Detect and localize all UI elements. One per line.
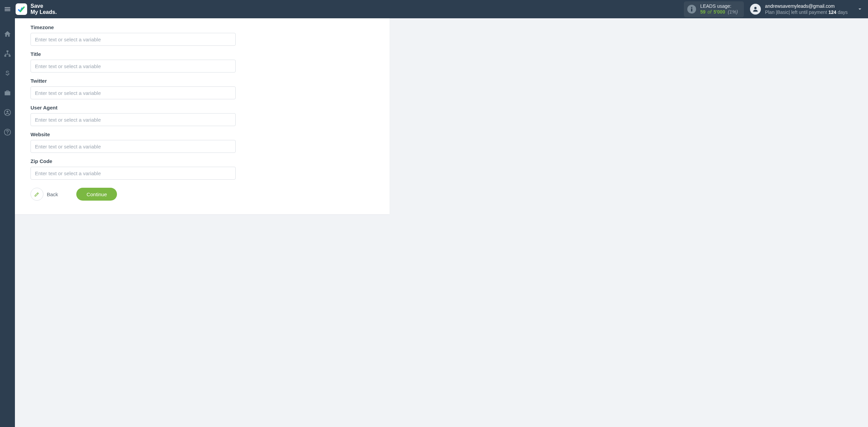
label-title: Title (31, 51, 237, 57)
back-icon-circle (31, 188, 43, 201)
usage-pct: (1%) (728, 9, 738, 15)
logo (16, 3, 27, 15)
continue-button[interactable]: Continue (76, 188, 117, 201)
svg-rect-3 (6, 50, 8, 52)
topbar: Save My Leads. LEADS usage: 59 of 5'000 … (0, 0, 868, 18)
usage-values: 59 of 5'000 (1%) (700, 9, 738, 15)
svg-point-2 (754, 7, 757, 9)
back-label: Back (47, 191, 58, 197)
sidebar-item-billing[interactable] (0, 67, 15, 79)
user-circle-icon (4, 109, 11, 116)
main: Timezone Title Twitter User Agent Websit (15, 18, 868, 427)
form-actions: Back Continue (31, 188, 237, 201)
hamburger-menu-button[interactable] (0, 0, 15, 18)
input-website[interactable] (31, 140, 236, 153)
svg-rect-4 (4, 55, 6, 57)
label-twitter: Twitter (31, 78, 237, 84)
field-zip-code: Zip Code (31, 158, 237, 180)
usage-of: of (708, 9, 712, 15)
pencil-icon (34, 191, 40, 197)
brand-line2: My Leads. (31, 9, 57, 15)
label-timezone: Timezone (31, 24, 237, 30)
field-timezone: Timezone (31, 24, 237, 46)
input-zip-code[interactable] (31, 167, 236, 180)
layout: Timezone Title Twitter User Agent Websit (0, 18, 868, 427)
checkmark-icon (17, 5, 25, 13)
form-inner: Timezone Title Twitter User Agent Websit (15, 24, 252, 201)
briefcase-icon (4, 89, 11, 97)
sidebar-item-briefcase[interactable] (0, 87, 15, 99)
account-chevron-button[interactable] (854, 0, 866, 18)
svg-rect-5 (9, 55, 11, 57)
plan-name: Basic (777, 9, 789, 15)
field-website: Website (31, 131, 237, 153)
label-user-agent: User Agent (31, 105, 237, 110)
account-email: andrewsavemyleads@gmail.com (765, 3, 848, 9)
input-title[interactable] (31, 60, 236, 73)
usage-count: 59 (700, 9, 706, 15)
usage-text: LEADS usage: 59 of 5'000 (1%) (700, 3, 738, 15)
svg-point-9 (7, 133, 8, 134)
account-plan: Plan |Basic| left until payment 124 days (765, 9, 848, 15)
account-block[interactable]: andrewsavemyleads@gmail.com Plan |Basic|… (750, 3, 848, 15)
field-twitter: Twitter (31, 78, 237, 99)
sitemap-icon (4, 50, 11, 57)
sidebar-item-home[interactable] (0, 28, 15, 40)
usage-pill[interactable]: LEADS usage: 59 of 5'000 (1%) (684, 1, 744, 17)
help-icon (4, 128, 11, 136)
label-website: Website (31, 131, 237, 137)
svg-point-0 (691, 7, 692, 8)
plan-days-suffix: days (836, 9, 848, 15)
usage-label: LEADS usage: (700, 3, 738, 9)
sidebar-item-connections[interactable] (0, 47, 15, 60)
sidebar (0, 18, 15, 427)
field-user-agent: User Agent (31, 105, 237, 126)
sidebar-item-help[interactable] (0, 126, 15, 138)
dollar-icon (4, 69, 11, 77)
svg-rect-1 (691, 8, 692, 12)
back-button[interactable]: Back (31, 188, 58, 201)
brand-text: Save My Leads. (31, 3, 57, 15)
label-zip-code: Zip Code (31, 158, 237, 164)
user-icon (752, 6, 759, 13)
info-icon (691, 7, 693, 12)
brand-line1: Save (31, 3, 57, 9)
usage-total: 5'000 (713, 9, 725, 15)
plan-suffix: | left until payment (789, 9, 828, 15)
field-title: Title (31, 51, 237, 73)
svg-point-7 (6, 111, 8, 113)
plan-prefix: Plan | (765, 9, 777, 15)
home-icon (4, 30, 11, 38)
input-timezone[interactable] (31, 33, 236, 46)
hamburger-icon (4, 5, 11, 13)
form-card: Timezone Title Twitter User Agent Websit (15, 18, 390, 214)
sidebar-item-account[interactable] (0, 106, 15, 119)
avatar (750, 4, 761, 15)
chevron-down-icon (857, 6, 863, 12)
input-twitter[interactable] (31, 86, 236, 99)
plan-days: 124 (828, 9, 836, 15)
account-text: andrewsavemyleads@gmail.com Plan |Basic|… (765, 3, 848, 15)
input-user-agent[interactable] (31, 113, 236, 126)
info-icon-circle (687, 5, 696, 14)
